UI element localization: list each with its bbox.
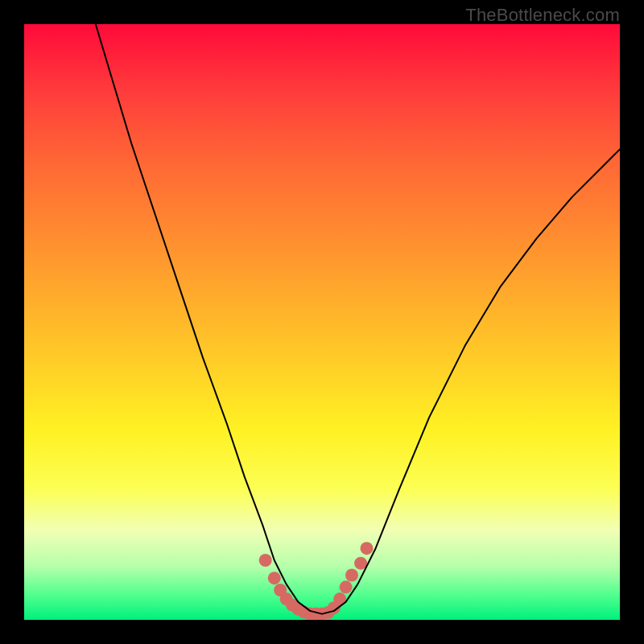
highlight-dot <box>340 580 353 593</box>
plot-area <box>24 24 620 620</box>
watermark-text: TheBottleneck.com <box>465 5 620 26</box>
bottleneck-curve <box>96 24 620 614</box>
highlight-dot <box>361 542 374 555</box>
curve-layer <box>24 24 620 620</box>
highlight-dot <box>259 554 272 567</box>
highlight-dot <box>345 569 358 582</box>
chart-frame: TheBottleneck.com <box>0 0 644 644</box>
marker-group <box>259 542 374 620</box>
highlight-dot <box>268 572 281 584</box>
